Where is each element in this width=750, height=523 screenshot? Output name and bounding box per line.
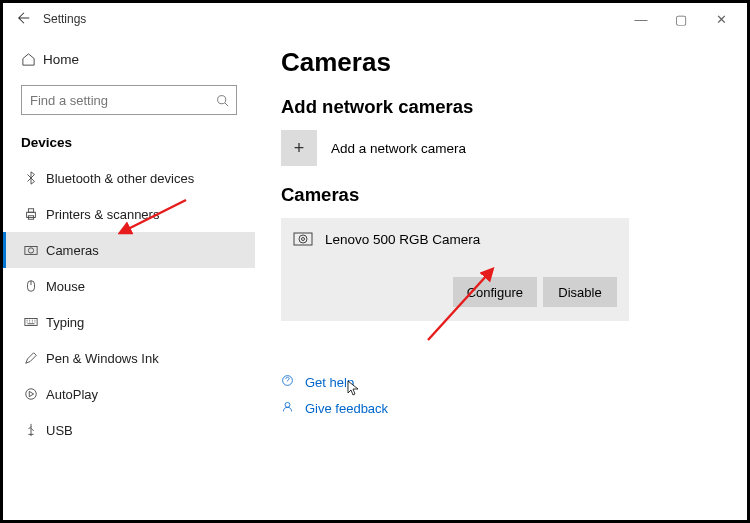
- sidebar-item-printers[interactable]: Printers & scanners: [3, 196, 255, 232]
- sidebar-home[interactable]: Home: [3, 41, 255, 77]
- sidebar-item-label: Cameras: [46, 243, 99, 258]
- add-network-camera[interactable]: + Add a network camera: [281, 130, 747, 166]
- svg-point-5: [28, 248, 33, 253]
- camera-device-icon: [293, 230, 313, 249]
- add-cameras-heading: Add network cameras: [281, 96, 747, 118]
- configure-button[interactable]: Configure: [453, 277, 537, 307]
- search-input[interactable]: [21, 85, 237, 115]
- sidebar-item-label: USB: [46, 423, 73, 438]
- sidebar-item-usb[interactable]: USB: [3, 412, 255, 448]
- autoplay-icon: [24, 387, 46, 401]
- camera-card[interactable]: Lenovo 500 RGB Camera Configure Disable: [281, 218, 629, 321]
- svg-point-0: [218, 96, 226, 104]
- sidebar-item-label: Bluetooth & other devices: [46, 171, 194, 186]
- help-icon: [281, 374, 295, 390]
- search-field[interactable]: [21, 85, 237, 115]
- back-button[interactable]: [9, 11, 39, 28]
- sidebar-item-cameras[interactable]: Cameras: [3, 232, 255, 268]
- sidebar-item-label: Pen & Windows Ink: [46, 351, 159, 366]
- feedback-icon: [281, 400, 295, 416]
- sidebar-item-pen[interactable]: Pen & Windows Ink: [3, 340, 255, 376]
- printer-icon: [24, 207, 46, 221]
- window-title: Settings: [43, 12, 621, 26]
- svg-rect-2: [28, 209, 33, 213]
- give-feedback-label[interactable]: Give feedback: [305, 401, 388, 416]
- minimize-button[interactable]: —: [621, 12, 661, 27]
- mouse-icon: [24, 279, 46, 293]
- sidebar-item-label: Printers & scanners: [46, 207, 159, 222]
- bluetooth-icon: [24, 171, 46, 185]
- sidebar-item-bluetooth[interactable]: Bluetooth & other devices: [3, 160, 255, 196]
- sidebar-item-label: AutoPlay: [46, 387, 98, 402]
- usb-icon: [24, 423, 46, 437]
- sidebar-category: Devices: [3, 131, 255, 160]
- cameras-heading: Cameras: [281, 184, 747, 206]
- sidebar-item-autoplay[interactable]: AutoPlay: [3, 376, 255, 412]
- sidebar-item-label: Mouse: [46, 279, 85, 294]
- cursor-icon: [347, 380, 359, 399]
- sidebar: Home Devices Bluetooth & other devices P…: [3, 35, 255, 520]
- sidebar-item-mouse[interactable]: Mouse: [3, 268, 255, 304]
- maximize-button[interactable]: ▢: [661, 12, 701, 27]
- home-icon: [21, 52, 43, 67]
- svg-point-10: [299, 235, 307, 243]
- camera-name: Lenovo 500 RGB Camera: [325, 232, 480, 247]
- sidebar-item-typing[interactable]: Typing: [3, 304, 255, 340]
- disable-button[interactable]: Disable: [543, 277, 617, 307]
- sidebar-item-label: Typing: [46, 315, 84, 330]
- search-icon: [216, 93, 229, 111]
- page-title: Cameras: [281, 47, 747, 78]
- titlebar: Settings — ▢ ✕: [3, 3, 747, 35]
- camera-icon: [24, 243, 46, 257]
- pen-icon: [24, 351, 46, 365]
- plus-icon: +: [281, 130, 317, 166]
- svg-point-8: [26, 389, 37, 400]
- close-button[interactable]: ✕: [701, 12, 741, 27]
- svg-point-11: [302, 238, 305, 241]
- main-content: Cameras Add network cameras + Add a netw…: [255, 35, 747, 520]
- sidebar-home-label: Home: [43, 52, 79, 67]
- keyboard-icon: [24, 315, 46, 329]
- svg-point-13: [285, 402, 290, 407]
- arrow-left-icon: [17, 11, 31, 25]
- add-camera-label: Add a network camera: [331, 141, 466, 156]
